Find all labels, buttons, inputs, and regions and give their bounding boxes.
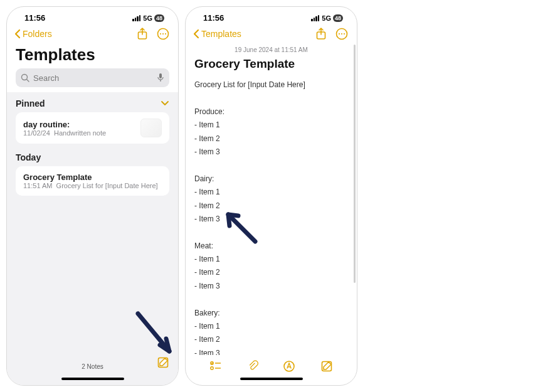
- note-subtitle: 11/02/24 Handwritten note: [23, 129, 135, 137]
- compose-button[interactable]: [157, 356, 169, 370]
- today-section-header: Today: [7, 150, 178, 166]
- folder-list-screen: 11:56 5G 48 Folders Templates: [6, 6, 179, 386]
- compose-icon[interactable]: [320, 360, 333, 373]
- note-title[interactable]: Grocery Template: [186, 56, 357, 77]
- note-title: day routine:: [23, 120, 135, 129]
- battery-icon: 48: [333, 14, 343, 22]
- svg-point-12: [339, 33, 340, 34]
- battery-icon: 48: [154, 14, 164, 22]
- back-button[interactable]: Folders: [13, 29, 52, 39]
- note-detail-screen: 11:56 5G 48 Templates 19 June 2024 at 11…: [185, 6, 357, 386]
- pinned-label: Pinned: [16, 98, 45, 109]
- checklist-icon[interactable]: [209, 361, 222, 372]
- attachment-icon[interactable]: [247, 360, 258, 373]
- back-button[interactable]: Templates: [192, 29, 241, 39]
- share-icon[interactable]: [137, 28, 148, 40]
- status-time: 11:56: [24, 13, 45, 23]
- chevron-left-icon: [13, 29, 22, 39]
- svg-point-2: [160, 33, 161, 34]
- note-title: Grocery Template: [23, 172, 162, 182]
- today-note-card[interactable]: Grocery Template 11:51 AM Grocery List f…: [16, 166, 169, 196]
- note-toolbar: [186, 355, 357, 374]
- svg-rect-7: [159, 73, 162, 78]
- status-bar: 11:56 5G 48: [7, 7, 178, 24]
- search-placeholder: Search: [33, 73, 153, 83]
- note-timestamp: 19 June 2024 at 11:51 AM: [186, 43, 357, 56]
- svg-line-6: [27, 80, 29, 82]
- signal-icon: [132, 15, 140, 21]
- pinned-section-header[interactable]: Pinned: [7, 92, 178, 112]
- back-label: Folders: [23, 29, 52, 39]
- svg-point-4: [165, 33, 166, 34]
- back-label: Templates: [201, 29, 241, 39]
- svg-point-3: [162, 33, 164, 34]
- status-time: 11:56: [203, 13, 224, 23]
- more-icon[interactable]: [157, 28, 169, 40]
- notes-count-footer: 2 Notes: [7, 358, 178, 374]
- note-body[interactable]: Grocery List for [Input Date Here] Produ…: [186, 77, 357, 355]
- search-icon: [21, 73, 29, 82]
- search-input[interactable]: Search: [16, 68, 169, 87]
- chevron-down-icon: [161, 100, 169, 107]
- status-bar: 11:56 5G 48: [186, 7, 357, 24]
- today-label: Today: [16, 152, 41, 162]
- markup-icon[interactable]: [283, 360, 295, 373]
- note-subtitle: 11:51 AM Grocery List for [Input Date He…: [23, 182, 162, 189]
- svg-point-13: [341, 33, 342, 34]
- pinned-note-card[interactable]: day routine: 11/02/24 Handwritten note: [16, 112, 169, 144]
- network-label: 5G: [143, 14, 152, 22]
- svg-point-17: [211, 367, 213, 369]
- share-icon[interactable]: [315, 28, 327, 40]
- network-label: 5G: [322, 14, 331, 22]
- signal-icon: [311, 15, 319, 21]
- chevron-left-icon: [192, 29, 201, 39]
- note-thumbnail: [140, 119, 162, 137]
- home-indicator: [240, 378, 303, 380]
- svg-point-14: [344, 33, 345, 34]
- home-indicator: [61, 378, 124, 380]
- scroll-indicator: [354, 45, 356, 283]
- mic-icon[interactable]: [157, 73, 164, 83]
- page-title: Templates: [7, 43, 178, 68]
- more-icon[interactable]: [335, 28, 348, 40]
